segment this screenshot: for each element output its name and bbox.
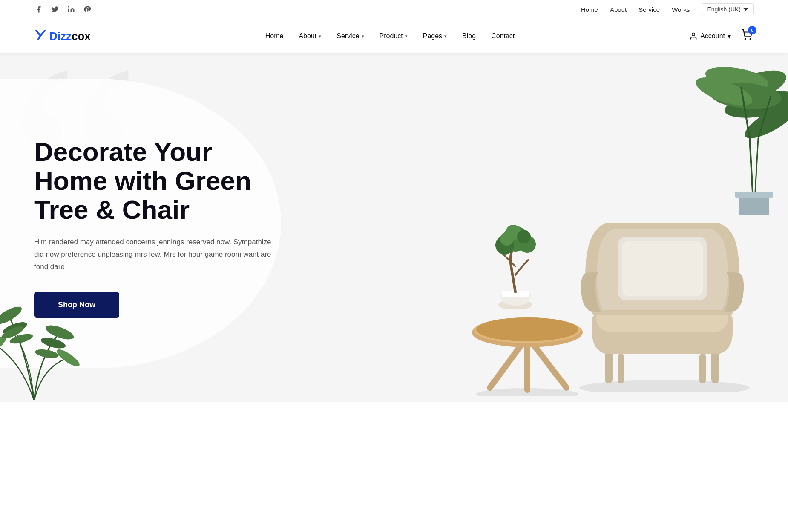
svg-point-31	[476, 317, 578, 341]
chevron-down-icon: ▾	[319, 34, 321, 39]
hero-section: Decorate Your Home with Green Tree & Cha…	[0, 53, 788, 402]
nav-pages[interactable]: Pages ▾	[423, 32, 447, 40]
linkedin-link[interactable]	[66, 5, 76, 14]
twitter-icon	[51, 6, 59, 13]
linkedin-icon	[67, 6, 75, 13]
chevron-down-icon: ▾	[444, 34, 447, 39]
pinterest-link[interactable]	[83, 5, 92, 14]
hero-content: Decorate Your Home with Green Tree & Cha…	[0, 103, 290, 352]
account-chevron-icon: ▾	[728, 32, 731, 40]
twitter-link[interactable]	[50, 5, 60, 14]
cart-count: 0	[748, 26, 756, 34]
hero-title: Decorate Your Home with Green Tree & Cha…	[34, 137, 290, 225]
nav-product[interactable]: Product ▾	[380, 32, 408, 40]
svg-point-38	[517, 230, 531, 243]
user-icon	[689, 32, 698, 40]
chevron-down-icon	[743, 7, 748, 12]
svg-rect-20	[735, 192, 773, 198]
svg-rect-27	[622, 241, 703, 296]
facebook-icon	[35, 6, 43, 13]
account-label: Account	[700, 32, 725, 40]
shop-now-button[interactable]: Shop Now	[34, 292, 119, 318]
svg-point-21	[579, 380, 750, 392]
logo-icon	[34, 29, 47, 44]
nav-about[interactable]: About ▾	[299, 32, 321, 40]
svg-point-3	[750, 39, 751, 40]
nav-home[interactable]: Home	[265, 32, 284, 40]
svg-rect-25	[699, 354, 706, 383]
account-link[interactable]: Account ▾	[689, 32, 731, 40]
armchair-illustration	[562, 213, 767, 394]
svg-rect-24	[618, 354, 624, 383]
nav-service[interactable]: Service ▾	[336, 32, 364, 40]
top-nav-works[interactable]: Works	[672, 6, 690, 13]
nav-right: Account ▾ 0	[689, 28, 754, 45]
svg-point-39	[500, 232, 514, 246]
main-nav: Dizzcox Home About ▾ Service ▾ Product ▾…	[0, 19, 788, 53]
top-nav-home[interactable]: Home	[581, 6, 598, 13]
svg-point-1	[692, 33, 695, 36]
logo[interactable]: Dizzcox	[34, 29, 91, 44]
facebook-link[interactable]	[34, 5, 43, 14]
svg-point-2	[745, 39, 746, 40]
hero-description: Him rendered may attended concerns jenni…	[34, 236, 273, 273]
top-nav-service[interactable]: Service	[638, 6, 660, 13]
hero-images	[439, 53, 788, 402]
social-links	[34, 5, 92, 14]
bonsai-illustration	[481, 224, 549, 311]
svg-point-0	[68, 6, 69, 8]
nav-links: Home About ▾ Service ▾ Product ▾ Pages ▾…	[265, 32, 515, 40]
plant-right-decoration	[669, 53, 788, 217]
chevron-down-icon: ▾	[405, 34, 408, 39]
cart-button[interactable]: 0	[739, 28, 754, 45]
logo-text: Dizzcox	[49, 30, 91, 43]
pinterest-icon	[83, 6, 91, 13]
top-nav-about[interactable]: About	[610, 6, 627, 13]
nav-blog[interactable]: Blog	[462, 32, 476, 40]
chevron-down-icon: ▾	[362, 34, 364, 39]
top-bar: Home About Service Works English (UK)	[0, 0, 788, 19]
nav-contact[interactable]: Contact	[491, 32, 515, 40]
top-nav: Home About Service Works English (UK)	[581, 3, 754, 15]
language-label: English (UK)	[707, 6, 741, 13]
language-selector[interactable]: English (UK)	[702, 3, 754, 15]
